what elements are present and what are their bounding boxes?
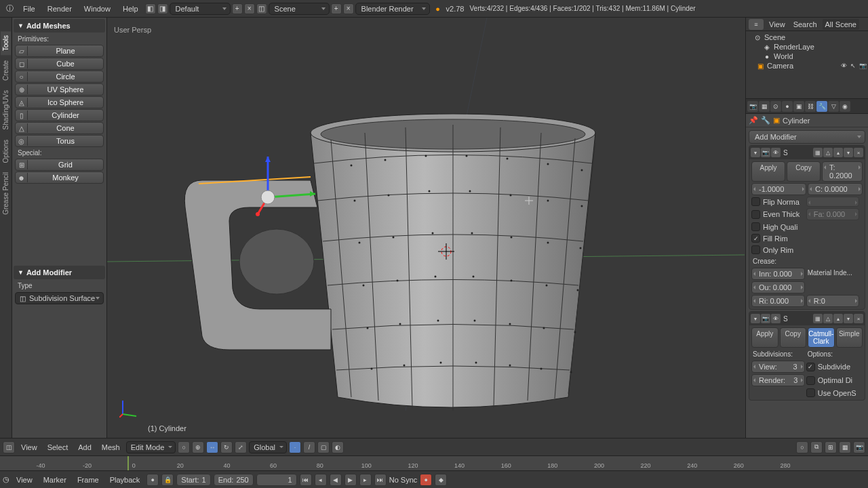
- editor-type-icon[interactable]: ◫: [3, 441, 15, 453]
- mod-delete-icon[interactable]: ×: [854, 148, 863, 157]
- menu-file[interactable]: File: [18, 3, 41, 15]
- outliner-camera[interactable]: Camera: [767, 62, 793, 70]
- pin-icon[interactable]: 📌: [749, 116, 758, 125]
- mesh-cube-button[interactable]: ◻Cube: [15, 58, 104, 70]
- menu-help[interactable]: Help: [117, 3, 144, 15]
- tab-options[interactable]: Options: [1, 136, 11, 167]
- tmenu-view[interactable]: View: [12, 474, 37, 486]
- snap-icon[interactable]: ⧉: [810, 441, 823, 453]
- mod2-editmode-icon[interactable]: ▦: [813, 314, 823, 323]
- simple-button[interactable]: Simple: [836, 327, 863, 348]
- scene-del-icon[interactable]: ×: [343, 3, 354, 14]
- ptab-constraints[interactable]: ⛓: [805, 101, 816, 112]
- ptab-world[interactable]: ●: [782, 101, 793, 112]
- jump-end-icon[interactable]: ⏭: [374, 474, 387, 486]
- manipulator-scale-icon[interactable]: ⤢: [235, 441, 247, 453]
- limit-selection-icon[interactable]: ◐: [332, 441, 344, 453]
- engine-dropdown[interactable]: Blender Render: [355, 3, 430, 15]
- tmenu-marker[interactable]: Marker: [39, 474, 71, 486]
- even-thick-check[interactable]: [751, 210, 760, 219]
- blender-icon[interactable]: ⓘ: [3, 2, 16, 16]
- outliner-allscenes[interactable]: All Scene: [823, 19, 859, 30]
- inner-crease-field[interactable]: Inn: 0.000: [751, 268, 805, 280]
- pivot-select[interactable]: ⊕: [192, 441, 204, 453]
- opensubdiv-check[interactable]: [806, 388, 815, 397]
- layout-add-icon[interactable]: +: [232, 3, 243, 14]
- orientation-select[interactable]: Global: [249, 441, 287, 453]
- blender-logo-icon[interactable]: ●: [431, 2, 445, 16]
- manipulator-rotate-icon[interactable]: ↻: [220, 441, 233, 453]
- edge-select-icon[interactable]: /: [303, 441, 315, 453]
- ptab-data[interactable]: ▽: [828, 101, 839, 112]
- optimal-display-check[interactable]: [806, 376, 815, 385]
- layers-icon[interactable]: ▦: [839, 441, 851, 453]
- render-icon[interactable]: 📷: [859, 62, 867, 70]
- tmenu-playback[interactable]: Playback: [106, 474, 144, 486]
- rim-mat-field[interactable]: R:0: [806, 295, 860, 307]
- timeline-cursor[interactable]: [127, 456, 129, 470]
- vgroup-field[interactable]: [806, 197, 860, 207]
- layout-next-icon[interactable]: ◨: [157, 3, 168, 14]
- mod-render-icon[interactable]: 📷: [761, 148, 770, 157]
- mod-editmode-icon[interactable]: ▦: [813, 148, 823, 157]
- mesh-cylinder-button[interactable]: ▯Cylinder: [15, 109, 104, 121]
- play-reverse-icon[interactable]: ◀: [330, 474, 342, 486]
- start-frame-field[interactable]: Start:1: [176, 474, 210, 486]
- mesh-uvsphere-button[interactable]: ⊕UV Sphere: [15, 83, 104, 96]
- mod2-down-icon[interactable]: ▾: [844, 314, 853, 323]
- factor-field[interactable]: Fa: 0.000: [806, 208, 860, 220]
- snap-element-icon[interactable]: ⊞: [825, 441, 837, 453]
- offset-field[interactable]: -1.0000: [751, 183, 806, 195]
- 3d-viewport[interactable]: User Persp: [107, 18, 746, 438]
- layout-prev-icon[interactable]: ◧: [145, 3, 156, 14]
- menu-window[interactable]: Window: [79, 3, 116, 15]
- outliner-search[interactable]: Search: [791, 20, 820, 28]
- cursor-icon[interactable]: ↖: [849, 62, 857, 70]
- current-frame-field[interactable]: 1: [256, 474, 297, 486]
- subdivide-uvs-check[interactable]: [806, 363, 815, 371]
- mod2-delete-icon[interactable]: ×: [854, 314, 863, 323]
- mod2-up-icon[interactable]: ▴: [833, 314, 843, 323]
- ptab-material[interactable]: ◉: [840, 101, 850, 112]
- keyframe-next-icon[interactable]: ▸: [359, 474, 372, 486]
- only-rim-check[interactable]: [751, 245, 760, 254]
- mesh-icosphere-button[interactable]: ◬Ico Sphere: [15, 96, 104, 108]
- layout-dropdown[interactable]: Default: [170, 3, 231, 15]
- view-subdiv-field[interactable]: View:3: [751, 361, 805, 373]
- shading-select[interactable]: ○: [178, 441, 190, 453]
- mod-down-icon[interactable]: ▾: [844, 148, 853, 157]
- mode-select[interactable]: Edit Mode: [126, 441, 176, 453]
- ptab-modifiers[interactable]: 🔧: [816, 101, 827, 112]
- ptab-object[interactable]: ▣: [793, 101, 804, 112]
- mod2-render-icon[interactable]: 📷: [761, 314, 770, 323]
- mesh-grid-button[interactable]: ⊞Grid: [15, 159, 104, 171]
- record-icon[interactable]: ●: [420, 474, 432, 486]
- mod2-realtime-icon[interactable]: 👁: [771, 314, 781, 323]
- tab-grease[interactable]: Grease Pencil: [1, 168, 11, 219]
- apply-button[interactable]: Apply: [751, 161, 785, 182]
- timeline-editor-icon[interactable]: ◷: [3, 475, 9, 484]
- tab-tools[interactable]: Tools: [1, 31, 11, 55]
- face-select-icon[interactable]: ▢: [317, 441, 330, 453]
- mod-expand-icon[interactable]: ▾: [751, 148, 760, 157]
- outliner-view[interactable]: View: [766, 20, 788, 28]
- thickness-field[interactable]: T: 0.2000: [822, 161, 863, 182]
- layout-del-icon[interactable]: ×: [244, 3, 255, 14]
- mod-cage-icon[interactable]: △: [823, 148, 833, 157]
- vmenu-view[interactable]: View: [17, 441, 41, 453]
- timeline-ruler[interactable]: -40-200204060801001201401601802002202402…: [0, 455, 868, 470]
- outer-crease-field[interactable]: Ou: 0.000: [751, 281, 805, 293]
- ptab-render[interactable]: 📷: [747, 101, 758, 112]
- rim-crease-field[interactable]: Ri: 0.000: [751, 295, 805, 307]
- mesh-plane-button[interactable]: ▱Plane: [15, 45, 104, 57]
- outliner-scene[interactable]: Scene: [764, 33, 785, 41]
- flip-normals-check[interactable]: [751, 197, 760, 206]
- render-subdiv-field[interactable]: Render:3: [751, 374, 805, 386]
- modifier-type-select[interactable]: ◫Subdivision Surface: [15, 292, 104, 304]
- mod-name-field[interactable]: S: [781, 149, 812, 157]
- tab-shading[interactable]: Shading/UVs: [1, 86, 11, 134]
- auto-keyframe-icon[interactable]: ●: [146, 474, 159, 486]
- sync-mode-select[interactable]: No Sync: [389, 476, 418, 484]
- mesh-cone-button[interactable]: △Cone: [15, 122, 104, 134]
- scene-dropdown[interactable]: Scene: [269, 3, 330, 15]
